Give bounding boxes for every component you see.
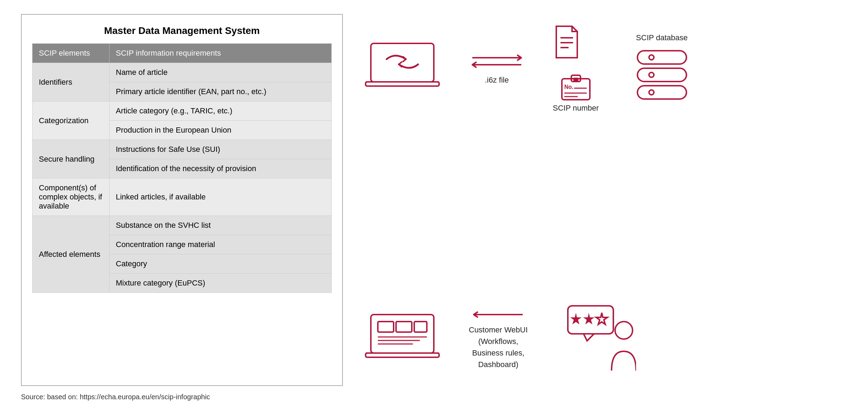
- table-row: Identifiers Name of article: [33, 63, 332, 82]
- info-category: Category: [110, 254, 332, 274]
- bottom-arrow-area: Customer WebUI (Workflows, Business rule…: [469, 309, 528, 370]
- info-primary-article-id: Primary article identifier (EAN, part no…: [110, 82, 332, 101]
- scip-database-group: SCIP database: [634, 33, 690, 104]
- svg-rect-21: [371, 315, 434, 353]
- svg-point-20: [649, 90, 654, 95]
- info-mixture-category: Mixture category (EuPCS): [110, 274, 332, 293]
- info-safe-use: Instructions for Safe Use (SUI): [110, 140, 332, 159]
- person-rating-icon: [566, 304, 636, 374]
- scip-number-label: SCIP number: [553, 104, 599, 113]
- element-affected: Affected elements: [33, 216, 110, 293]
- svg-marker-32: [570, 313, 581, 324]
- svg-point-18: [649, 72, 654, 77]
- bottom-arrow: [470, 309, 526, 320]
- element-components: Component(s) of complex objects, if avai…: [33, 178, 110, 216]
- svg-rect-22: [378, 322, 394, 332]
- svg-rect-23: [396, 322, 412, 332]
- svg-text:No.: No.: [564, 84, 573, 90]
- svg-rect-17: [637, 68, 686, 82]
- laptop-top: [364, 40, 441, 97]
- laptop-bottom-icon: [364, 311, 441, 367]
- svg-rect-19: [637, 86, 686, 99]
- customer-webui-label: Customer WebUI (Workflows, Business rule…: [469, 324, 528, 370]
- scip-table: SCIP elements SCIP information requireme…: [32, 43, 332, 293]
- svg-marker-34: [596, 313, 607, 324]
- scip-number-icon: No.: [560, 73, 592, 101]
- diagram-bottom: Customer WebUI (Workflows, Business rule…: [364, 304, 847, 375]
- col2-header: SCIP information requirements: [110, 44, 332, 63]
- diagram-area: .i6z file: [364, 14, 847, 386]
- info-name-of-article: Name of article: [110, 63, 332, 82]
- svg-rect-10: [573, 78, 578, 82]
- info-production-eu: Production in the European Union: [110, 121, 332, 140]
- table-row: Secure handling Instructions for Safe Us…: [33, 140, 332, 159]
- svg-rect-15: [637, 51, 686, 64]
- info-svhc: Substance on the SVHC list: [110, 216, 332, 235]
- info-article-category: Article category (e.g., TARIC, etc.): [110, 101, 332, 121]
- info-concentration-range: Concentration range material: [110, 235, 332, 254]
- document-icon-group: [553, 24, 581, 59]
- col1-header: SCIP elements: [33, 44, 110, 63]
- svg-rect-28: [366, 353, 439, 357]
- table-row: Categorization Article category (e.g., T…: [33, 101, 332, 121]
- table-row: Affected elements Substance on the SVHC …: [33, 216, 332, 235]
- laptop-bottom: [364, 311, 441, 368]
- element-secure-handling: Secure handling: [33, 140, 110, 178]
- table-title: Master Data Management System: [32, 25, 332, 36]
- top-arrow-area: .i6z file: [469, 52, 525, 85]
- scip-database-icon: [634, 48, 690, 104]
- scip-database-label: SCIP database: [636, 33, 688, 42]
- table-row: Component(s) of complex objects, if avai…: [33, 178, 332, 216]
- main-content: Master Data Management System SCIP eleme…: [21, 14, 847, 386]
- scip-number-icon-group: No. SCIP number: [553, 73, 599, 113]
- laptop-top-icon: [364, 40, 441, 96]
- svg-point-16: [649, 55, 654, 60]
- element-categorization: Categorization: [33, 101, 110, 140]
- svg-marker-33: [583, 313, 594, 324]
- i6z-file-label: .i6z file: [485, 76, 509, 85]
- table-box: Master Data Management System SCIP eleme…: [21, 14, 343, 386]
- svg-rect-1: [366, 82, 439, 86]
- document-icon: [553, 24, 581, 59]
- right-items-top: No. SCIP number: [553, 24, 599, 113]
- diagram-top: .i6z file: [364, 24, 847, 113]
- svg-rect-24: [414, 322, 427, 332]
- info-linked-articles: Linked articles, if available: [110, 178, 332, 216]
- svg-point-35: [615, 322, 633, 339]
- element-identifiers: Identifiers: [33, 63, 110, 101]
- person-rating-icon-group: [566, 304, 636, 375]
- svg-rect-0: [371, 43, 434, 82]
- info-necessity-provision: Identification of the necessity of provi…: [110, 159, 332, 178]
- source-text: Source: based on: https://echa.europa.eu…: [21, 393, 847, 401]
- double-arrow-top: [469, 52, 525, 70]
